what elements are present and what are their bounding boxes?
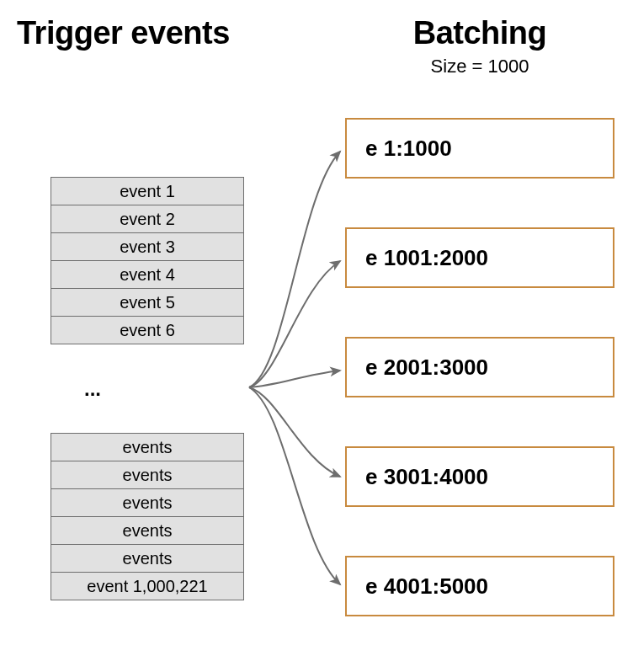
event-cell: events <box>51 516 244 545</box>
arrow-icon <box>249 387 340 584</box>
event-cell: event 1 <box>51 177 244 205</box>
batching-heading: Batching <box>354 15 606 51</box>
event-cell: event 2 <box>51 205 244 233</box>
event-cell: event 5 <box>51 288 244 317</box>
batch-box: e 2001:3000 <box>345 337 614 397</box>
event-cell: event 4 <box>51 260 244 289</box>
batch-box: e 1:1000 <box>345 118 614 179</box>
arrow-icon <box>249 261 340 387</box>
event-stack-bottom: events events events events events event… <box>51 433 244 600</box>
arrow-icon <box>249 387 340 477</box>
batch-size-label: Size = 1000 <box>354 56 606 77</box>
ellipsis-label: ... <box>84 377 101 401</box>
event-cell: event 6 <box>51 316 244 344</box>
event-cell: events <box>51 433 244 461</box>
trigger-events-heading: Trigger events <box>17 15 230 51</box>
arrow-icon <box>249 371 340 387</box>
event-cell: events <box>51 544 244 573</box>
event-stack-top: event 1 event 2 event 3 event 4 event 5 … <box>51 177 244 344</box>
event-cell: events <box>51 488 244 517</box>
event-cell: event 1,000,221 <box>51 572 244 600</box>
batch-box: e 1001:2000 <box>345 227 614 288</box>
batch-box: e 4001:5000 <box>345 556 614 616</box>
event-cell: event 3 <box>51 232 244 261</box>
event-cell: events <box>51 461 244 489</box>
diagram-canvas: Trigger events Batching Size = 1000 even… <box>0 0 633 672</box>
arrow-icon <box>249 152 340 387</box>
batch-box: e 3001:4000 <box>345 446 614 507</box>
